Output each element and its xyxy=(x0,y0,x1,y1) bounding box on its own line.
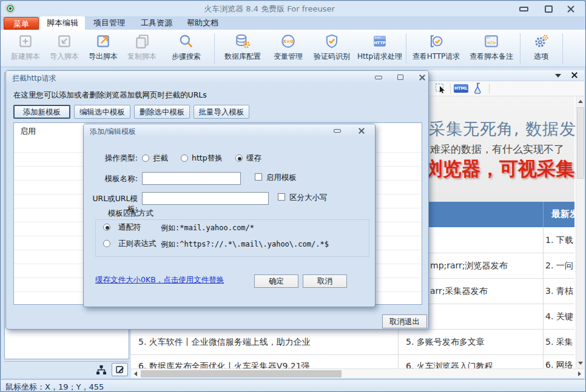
minimize-icon xyxy=(334,129,341,133)
options-gear-icon xyxy=(524,32,559,50)
tab-script-edit[interactable]: 脚本编辑 xyxy=(40,16,85,30)
url-template-input[interactable] xyxy=(142,192,269,205)
import-template-button[interactable]: 批量导入模板 xyxy=(194,105,249,119)
enable-template-checkbox[interactable] xyxy=(255,173,262,181)
toolbar-step-search[interactable]: 步骤搜索 xyxy=(166,32,207,65)
tab-help-doc[interactable]: 帮助文档 xyxy=(183,16,223,30)
radio-wildcard[interactable] xyxy=(103,224,110,231)
tab-tool-resource[interactable]: 工具资源 xyxy=(136,16,177,30)
toolbar-options[interactable]: 选项 xyxy=(524,32,559,65)
toolbar-http-process[interactable]: HTTP Http请求处理 xyxy=(356,32,403,65)
view-http-icon xyxy=(409,32,463,50)
cache-file-link[interactable]: 缓存文件大小0KB，点击使用文件替换 xyxy=(95,275,224,285)
banner-headline: 采集无死角, 数据发布无 xyxy=(429,118,584,140)
operation-type-label: 操作类型: xyxy=(86,153,138,164)
vertical-scrollbar[interactable] xyxy=(576,96,584,368)
news-link[interactable]: 2. 一问 xyxy=(545,261,573,271)
toolbar-separator xyxy=(450,84,451,94)
dialog-title: 拦截http请求 xyxy=(12,73,56,84)
template-name-input[interactable] xyxy=(142,172,241,185)
banner-subline: 难采的数据，有什么实现不了 xyxy=(430,142,564,156)
html-source-icon[interactable]: HTML xyxy=(454,84,468,93)
toolbar-separator xyxy=(489,84,490,94)
row-divider xyxy=(131,354,574,355)
view-notes-icon: </> xyxy=(465,32,517,50)
news-link[interactable]: 5. 火车软件丨企业微信服务端上线，助力企业 xyxy=(138,337,311,348)
enable-template-label[interactable]: 启用模板 xyxy=(266,173,297,183)
edit-note-button[interactable] xyxy=(112,363,128,376)
menu-button[interactable]: 菜单 xyxy=(4,17,39,30)
ribbon-tab-row: 菜单 脚本编辑 项目管理 工具资源 帮助文档 xyxy=(1,16,586,30)
cancel-button[interactable]: 取消 xyxy=(303,274,347,288)
dialog-title: 添加/编辑模板 xyxy=(90,127,136,137)
case-sensitive-checkbox[interactable] xyxy=(278,193,285,201)
radio-intercept[interactable] xyxy=(142,154,149,162)
dialog-minimize-button[interactable] xyxy=(375,76,382,79)
radio-regex-label[interactable]: 正则表达式 xyxy=(118,239,157,249)
title-bar: 火车浏览器 8.4 免费版 For freeuser xyxy=(1,1,586,16)
scroll-down-icon[interactable] xyxy=(578,362,583,365)
toolbar-import-script[interactable]: 导入脚本 xyxy=(45,32,83,65)
radio-intercept-label[interactable]: 拦截 xyxy=(153,153,168,164)
horizontal-scrollbar[interactable] xyxy=(131,368,584,378)
add-template-button[interactable]: 添加新模板 xyxy=(13,105,70,119)
panel-close-button[interactable] xyxy=(571,71,578,79)
radio-http-replace[interactable] xyxy=(181,154,188,162)
svg-text:X=0: X=0 xyxy=(283,39,293,44)
toolbar-captcha-recognize[interactable]: 验证码识别 xyxy=(309,32,355,65)
scroll-left-icon[interactable] xyxy=(134,371,137,376)
radio-cache[interactable] xyxy=(235,154,243,162)
regex-example-text: 例如:^https?://.*\.mail\.yahoo\.com/.*$ xyxy=(161,239,329,250)
toolbar-copy-script[interactable]: 复制脚本 xyxy=(123,32,161,65)
radio-cache-label[interactable]: 缓存 xyxy=(246,153,261,164)
vertical-scroll-thumb[interactable] xyxy=(577,107,584,179)
news-link[interactable]: arr;采集器发布 xyxy=(430,286,488,297)
toolbar-view-script-notes[interactable]: </> 查看脚本备注 xyxy=(465,32,517,65)
scroll-up-icon[interactable] xyxy=(578,100,583,103)
copy-script-icon xyxy=(123,32,161,50)
cancel-exit-button[interactable]: 取消退出 xyxy=(382,314,427,328)
tab-project-manage[interactable]: 项目管理 xyxy=(89,16,129,30)
radio-wildcard-label[interactable]: 通配符 xyxy=(118,222,141,233)
dialog-title-bar: 添加/编辑模板 xyxy=(84,124,375,138)
export-script-icon xyxy=(84,32,122,50)
news-link[interactable]: 5. 采集 xyxy=(545,337,573,348)
dialog-close-button[interactable] xyxy=(359,128,365,134)
toolbar-export-script[interactable]: 导出脚本 xyxy=(84,32,122,65)
import-script-icon xyxy=(45,32,83,50)
ok-button[interactable]: 确定 xyxy=(254,274,298,288)
status-bar: 鼠标坐标：X，19；Y，455 xyxy=(1,379,586,392)
chevron-down-icon xyxy=(555,74,561,78)
flask-icon[interactable] xyxy=(472,82,483,95)
radio-regex[interactable] xyxy=(103,240,110,247)
news-link[interactable]: 5. 多账号发布多文章 xyxy=(406,337,485,348)
news-link[interactable]: 3. 青桔 xyxy=(545,286,573,297)
horizontal-scroll-thumb[interactable] xyxy=(141,370,342,377)
delete-template-button[interactable]: 删除选中模板 xyxy=(134,105,190,119)
news-link[interactable]: 1. 下载 xyxy=(545,235,573,246)
dialog-description: 在这里您可以添加或者删除浏览器加载网页时拦截的URLs xyxy=(13,90,207,101)
toolbar-separator xyxy=(406,33,406,64)
window-maximize-button[interactable] xyxy=(545,5,553,13)
news-link[interactable]: mp;rarr;浏览器发布 xyxy=(430,261,508,271)
news-link[interactable]: 4. 关键 xyxy=(545,311,573,322)
window-minimize-button[interactable] xyxy=(519,7,528,12)
mouse-coordinates: 鼠标坐标：X，19；Y，455 xyxy=(5,382,104,392)
dialog-close-button[interactable] xyxy=(419,75,425,81)
window-close-button[interactable] xyxy=(567,5,575,13)
toolbar-database-config[interactable]: 数据库配置 xyxy=(219,32,266,65)
case-sensitive-label[interactable]: 区分大小写 xyxy=(289,193,328,203)
hierarchy-icon[interactable] xyxy=(95,364,107,376)
radio-http-replace-label[interactable]: http替换 xyxy=(192,153,223,164)
scroll-right-icon[interactable] xyxy=(578,371,581,376)
svg-text:HTTP: HTTP xyxy=(374,41,385,45)
edit-template-button[interactable]: 编辑选中模板 xyxy=(74,105,130,119)
toolbar-view-http-request[interactable]: 查看HTTP请求 xyxy=(409,32,463,65)
select-element-icon[interactable] xyxy=(435,83,446,95)
toolbar-variable-manage[interactable]: X=0 变量管理 xyxy=(269,32,308,65)
pencil-icon xyxy=(115,365,125,374)
dialog-minimize-button[interactable] xyxy=(334,129,341,133)
toolbar-new-script[interactable]: 新建脚本 xyxy=(7,32,44,65)
panel-collapse-button[interactable] xyxy=(555,74,561,78)
dialog-maximize-button[interactable] xyxy=(397,75,403,80)
